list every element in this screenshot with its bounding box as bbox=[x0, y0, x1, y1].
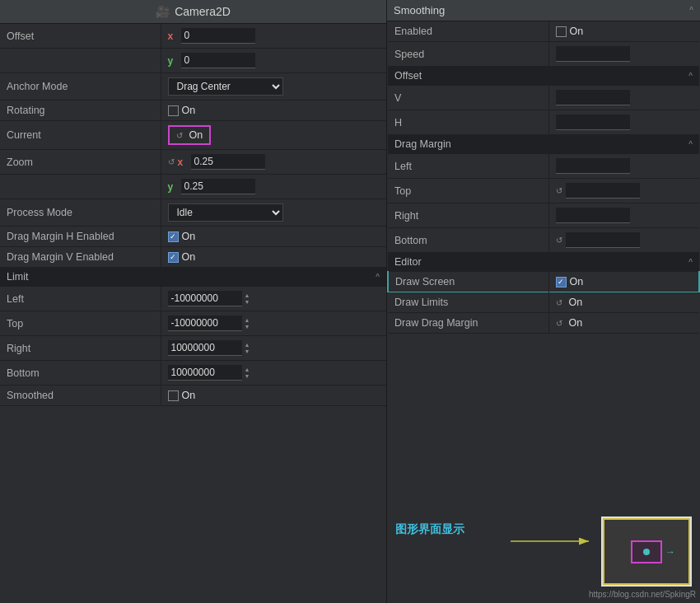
dm-bottom-reset-icon[interactable]: ↺ bbox=[556, 236, 562, 245]
spin-up-icon[interactable]: ▲ bbox=[245, 292, 250, 298]
anchor-mode-dropdown[interactable]: Drag Center Fixed TopLeft bbox=[168, 77, 283, 96]
right-panel: Smoothing ^ Enabled On Speed 5 bbox=[387, 0, 700, 603]
table-row: Bottom 10000000 ▲ ▼ bbox=[0, 361, 386, 386]
zoom-y-input[interactable] bbox=[181, 179, 255, 194]
draw-drag-margin-value: ↺ On bbox=[548, 313, 699, 334]
limit-right-label: Right bbox=[0, 336, 161, 361]
table-row: Anchor Mode Drag Center Fixed TopLeft bbox=[0, 73, 386, 100]
diagram-arrow bbox=[511, 525, 601, 558]
smoothing-enabled-text: On bbox=[570, 26, 584, 37]
limit-bottom-label: Bottom bbox=[0, 361, 161, 386]
table-row: Smoothed On bbox=[0, 386, 386, 406]
table-row: Right 0.2 bbox=[388, 203, 699, 228]
smoothed-checkbox[interactable] bbox=[168, 390, 179, 401]
spin-down-icon[interactable]: ▼ bbox=[245, 324, 250, 330]
editor-section-arrow: ^ bbox=[688, 258, 693, 267]
dm-bottom-label: Bottom bbox=[388, 228, 548, 253]
offset-x-input[interactable] bbox=[181, 28, 255, 44]
offset-h-input[interactable]: 0 bbox=[556, 115, 630, 130]
limit-top-spinner[interactable]: ▲ ▼ bbox=[245, 317, 250, 330]
draw-screen-label: Draw Screen bbox=[388, 272, 548, 292]
limit-right-spinner[interactable]: ▲ ▼ bbox=[245, 342, 250, 354]
offset-v-label: V bbox=[388, 86, 548, 110]
spin-up-icon[interactable]: ▲ bbox=[245, 342, 250, 348]
draw-screen-row: Draw Screen On bbox=[388, 272, 699, 292]
draw-limits-reset-icon[interactable]: ↺ bbox=[556, 298, 562, 307]
limit-right-input[interactable]: 10000000 bbox=[168, 340, 242, 356]
current-value: ↺ On bbox=[161, 121, 386, 150]
smoothing-speed-input[interactable]: 5 bbox=[556, 46, 630, 62]
table-row: Zoom ↺ x bbox=[0, 150, 386, 175]
limit-left-input[interactable]: -10000000 bbox=[168, 291, 242, 306]
smoothing-section-arrow: ^ bbox=[689, 6, 693, 15]
spin-down-icon[interactable]: ▼ bbox=[245, 373, 250, 379]
diagram-label: 图形界面显示 bbox=[395, 522, 464, 537]
drag-margin-v-value: On bbox=[161, 247, 386, 268]
limit-left-spinner[interactable]: ▲ ▼ bbox=[245, 292, 250, 305]
camera-arrow-icon: → bbox=[665, 546, 675, 558]
dm-top-value: ↺ 0.25 bbox=[548, 179, 699, 203]
offset-y-label bbox=[0, 49, 161, 73]
spin-up-icon[interactable]: ▲ bbox=[245, 317, 250, 323]
spin-down-icon[interactable]: ▼ bbox=[245, 348, 250, 354]
camera-diagram: → bbox=[601, 517, 692, 587]
limit-left-label: Left bbox=[0, 287, 161, 311]
rotating-checkbox[interactable] bbox=[168, 105, 179, 116]
zoom-reset-icon[interactable]: ↺ bbox=[168, 157, 175, 166]
table-row: Bottom ↺ 0.25 bbox=[388, 228, 699, 253]
dm-left-value: 0.2 bbox=[548, 154, 699, 179]
zoom-y-label: y bbox=[168, 181, 178, 193]
drag-margin-v-checkbox[interactable] bbox=[168, 252, 179, 263]
zoom-y-value: y bbox=[161, 175, 386, 199]
current-label: Current bbox=[0, 121, 161, 150]
offset-y-input[interactable] bbox=[181, 53, 255, 68]
draw-limits-label: Draw Limits bbox=[388, 292, 548, 313]
smoothing-section-title: Smoothing bbox=[394, 4, 445, 16]
smoothing-enabled-checkbox[interactable] bbox=[556, 26, 567, 37]
draw-screen-value: On bbox=[548, 272, 699, 292]
smoothed-text: On bbox=[182, 390, 196, 401]
drag-margin-h-checkbox[interactable] bbox=[168, 231, 179, 242]
dm-right-label: Right bbox=[388, 203, 548, 228]
current-row: Current ↺ On bbox=[0, 121, 386, 150]
table-row: H 0 bbox=[388, 110, 699, 135]
limit-bottom-spinner[interactable]: ▲ ▼ bbox=[245, 367, 250, 379]
dm-top-input[interactable]: 0.25 bbox=[566, 183, 640, 199]
current-reset-icon[interactable]: ↺ bbox=[176, 131, 183, 140]
limit-top-input[interactable]: -10000000 bbox=[168, 316, 242, 331]
main-container: 🎥 Camera2D Offset x y bbox=[0, 0, 700, 603]
dm-top-reset-icon[interactable]: ↺ bbox=[556, 186, 562, 195]
table-row: y bbox=[0, 175, 386, 199]
draw-screen-checkbox[interactable] bbox=[556, 277, 567, 287]
process-mode-dropdown[interactable]: Idle Physics bbox=[168, 203, 283, 222]
zoom-label: Zoom bbox=[0, 150, 161, 175]
limit-right-value: 10000000 ▲ ▼ bbox=[161, 336, 386, 361]
rotating-value: On bbox=[161, 100, 386, 121]
limit-bottom-input[interactable]: 10000000 bbox=[168, 365, 242, 381]
table-row: Drag Margin V Enabled On bbox=[0, 247, 386, 268]
table-row: y bbox=[0, 49, 386, 73]
dm-right-input[interactable]: 0.2 bbox=[556, 208, 630, 223]
limit-section-label: Limit bbox=[7, 271, 28, 283]
dm-top-label: Top bbox=[388, 179, 548, 203]
table-row: Speed 5 bbox=[388, 42, 699, 67]
zoom-x-input[interactable] bbox=[191, 154, 265, 170]
table-row: Process Mode Idle Physics bbox=[0, 199, 386, 227]
offset-label: Offset bbox=[0, 24, 161, 49]
dm-left-input[interactable]: 0.2 bbox=[556, 158, 630, 174]
smoothing-enabled-label: Enabled bbox=[388, 21, 548, 42]
panel-title-text: Camera2D bbox=[175, 5, 231, 18]
draw-drag-margin-reset-icon[interactable]: ↺ bbox=[556, 319, 562, 328]
limit-section-row: Limit ^ bbox=[0, 268, 386, 287]
anchor-mode-value: Drag Center Fixed TopLeft bbox=[161, 73, 386, 100]
drag-margin-v-label: Drag Margin V Enabled bbox=[0, 247, 161, 268]
offset-v-input[interactable]: 0 bbox=[556, 90, 630, 105]
table-row: Rotating On bbox=[0, 100, 386, 121]
offset-section-arrow: ^ bbox=[688, 72, 693, 81]
dm-bottom-input[interactable]: 0.25 bbox=[566, 232, 640, 248]
spin-up-icon[interactable]: ▲ bbox=[245, 367, 250, 372]
x-label: x bbox=[168, 30, 178, 42]
zoom-value: ↺ x bbox=[161, 150, 386, 175]
spin-down-icon[interactable]: ▼ bbox=[245, 299, 250, 305]
right-properties-table: Enabled On Speed 5 Offs bbox=[387, 21, 700, 334]
